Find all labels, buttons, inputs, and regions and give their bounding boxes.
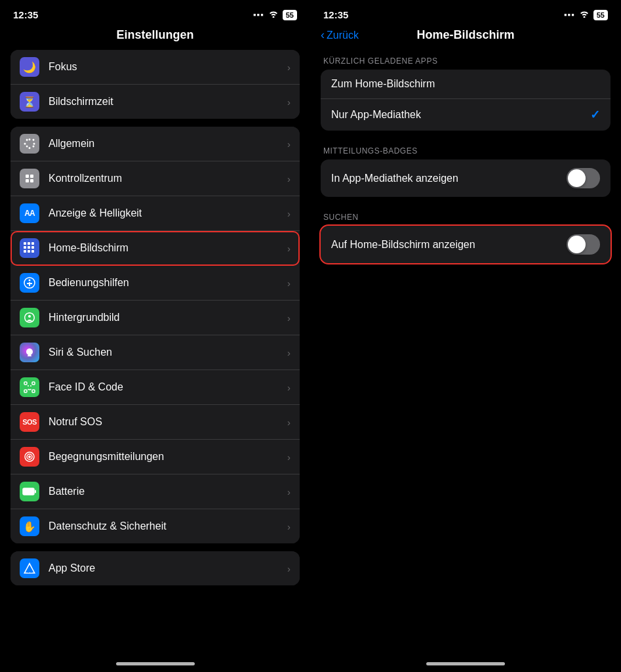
settings-item-faceid[interactable]: Face ID & Code › <box>10 370 300 405</box>
settings-item-allgemein[interactable]: Allgemein › <box>10 127 300 161</box>
auf-home-toggle-knob <box>568 236 586 253</box>
left-panel: 12:35 ▪▪▪ 55 Einstellungen 🌙 Fokus › ⏳ <box>0 0 310 672</box>
settings-item-bildschirmzeit[interactable]: ⏳ Bildschirmzeit › <box>10 85 300 119</box>
fokus-label: Fokus <box>49 61 287 73</box>
in-app-mediathek-item[interactable]: In App-Mediathek anzeigen <box>321 159 611 197</box>
right-status-bar: 12:35 ▪▪▪ 55 <box>310 0 621 26</box>
bildschirmzeit-icon: ⏳ <box>20 92 39 112</box>
zum-home-item[interactable]: Zum Home-Bildschirm <box>321 70 611 99</box>
svg-rect-11 <box>28 250 30 253</box>
auf-home-label: Auf Home-Bildschirm anzeigen <box>331 239 475 251</box>
home-icon <box>20 238 39 258</box>
back-button[interactable]: ‹ Zurück <box>321 28 359 42</box>
settings-item-siri[interactable]: Siri & Suchen › <box>10 335 300 370</box>
svg-rect-1 <box>30 175 33 178</box>
svg-rect-10 <box>24 250 26 253</box>
suchen-header: SUCHEN <box>321 213 611 226</box>
right-header: ‹ Zurück Home-Bildschirm <box>310 26 621 51</box>
notruf-label: Notruf SOS <box>49 416 287 428</box>
left-battery: 55 <box>283 10 297 20</box>
right-page-title: Home-Bildschirm <box>416 28 514 42</box>
toggle-knob <box>568 169 586 187</box>
settings-item-notruf[interactable]: SOS Notruf SOS › <box>10 405 300 440</box>
hintergrund-label: Hintergrundbild <box>49 312 287 324</box>
right-time: 12:35 <box>323 9 348 20</box>
bildschirmzeit-chevron: › <box>287 96 290 108</box>
recently-loaded-card: Zum Home-Bildschirm Nur App-Mediathek ✓ <box>321 70 611 131</box>
hintergrund-icon <box>20 308 39 327</box>
settings-item-begegnung[interactable]: Begegnungsmitteilungen › <box>10 440 300 474</box>
siri-label: Siri & Suchen <box>49 346 287 358</box>
settings-item-bedienung[interactable]: Bedienungshilfen › <box>10 266 300 301</box>
notruf-icon: SOS <box>20 412 39 432</box>
settings-item-appstore[interactable]: A App Store › <box>10 551 300 585</box>
in-app-mediathek-label: In App-Mediathek anzeigen <box>331 173 458 184</box>
batterie-icon <box>20 482 39 501</box>
svg-rect-2 <box>26 179 29 182</box>
svg-rect-3 <box>30 179 33 182</box>
settings-item-batterie[interactable]: Batterie › <box>10 474 300 509</box>
datenschutz-icon: ✋ <box>20 516 39 536</box>
mid-section: Allgemein › Kontrollzentrum › AA Anzeige… <box>10 127 300 543</box>
left-status-bar: 12:35 ▪▪▪ 55 <box>0 0 310 26</box>
allgemein-label: Allgemein <box>49 138 287 150</box>
recently-loaded-section: KÜRZLICH GELADENE APPS Zum Home-Bildschi… <box>321 56 611 131</box>
appstore-label: App Store <box>49 562 287 574</box>
svg-rect-5 <box>28 242 30 245</box>
right-home-bar <box>426 662 505 665</box>
svg-text:A: A <box>28 568 32 574</box>
faceid-icon <box>20 377 39 397</box>
batterie-label: Batterie <box>49 486 287 497</box>
svg-rect-7 <box>24 246 26 249</box>
settings-item-datenschutz[interactable]: ✋ Datenschutz & Sicherheit › <box>10 509 300 543</box>
left-home-indicator <box>0 662 310 672</box>
zum-home-label: Zum Home-Bildschirm <box>331 78 435 90</box>
auf-home-toggle[interactable] <box>567 234 600 255</box>
begegnung-icon <box>20 447 39 467</box>
left-home-bar <box>116 662 195 665</box>
svg-point-14 <box>29 280 31 282</box>
recently-loaded-header: KÜRZLICH GELADENE APPS <box>321 56 611 70</box>
begegnung-label: Begegnungsmitteilungen <box>49 451 287 463</box>
fokus-icon: 🌙 <box>20 57 39 77</box>
left-status-right: ▪▪▪ 55 <box>253 10 297 20</box>
in-app-mediathek-toggle[interactable] <box>567 168 600 188</box>
auf-home-item[interactable]: Auf Home-Bildschirm anzeigen <box>321 226 611 263</box>
settings-item-home[interactable]: Home-Bildschirm › <box>10 231 300 266</box>
faceid-label: Face ID & Code <box>49 381 287 393</box>
suchen-card: Auf Home-Bildschirm anzeigen <box>321 226 611 263</box>
nur-app-checkmark: ✓ <box>590 108 600 122</box>
back-label: Zurück <box>327 30 359 41</box>
right-panel: 12:35 ▪▪▪ 55 ‹ Zurück Home-Bildschirm KÜ… <box>310 0 621 672</box>
mitteilungs-section: MITTEILUNGS-BADGES In App-Mediathek anze… <box>321 146 611 197</box>
left-time: 12:35 <box>13 9 38 20</box>
svg-point-23 <box>28 455 31 458</box>
left-signal-icon: ▪▪▪ <box>253 10 264 20</box>
right-home-indicator <box>310 662 621 672</box>
svg-rect-18 <box>32 382 35 385</box>
svg-rect-12 <box>31 250 34 253</box>
settings-item-fokus[interactable]: 🌙 Fokus › <box>10 50 300 85</box>
kontrollzentrum-icon <box>20 169 39 188</box>
svg-rect-8 <box>28 246 30 249</box>
svg-rect-20 <box>32 390 35 392</box>
settings-item-anzeige[interactable]: AA Anzeige & Helligkeit › <box>10 196 300 231</box>
nur-app-label: Nur App-Mediathek <box>331 109 421 121</box>
svg-rect-0 <box>26 175 29 178</box>
bedienung-label: Bedienungshilfen <box>49 277 287 289</box>
nur-app-item[interactable]: Nur App-Mediathek ✓ <box>321 99 611 131</box>
mitteilungs-header: MITTEILUNGS-BADGES <box>321 146 611 159</box>
fokus-chevron: › <box>287 62 290 73</box>
svg-rect-4 <box>24 242 26 245</box>
svg-rect-17 <box>24 382 27 385</box>
home-label: Home-Bildschirm <box>49 242 287 254</box>
anzeige-icon: AA <box>20 203 39 223</box>
settings-item-hintergrund[interactable]: Hintergrundbild › <box>10 301 300 335</box>
back-chevron-icon: ‹ <box>321 28 325 42</box>
svg-rect-19 <box>24 390 27 392</box>
appstore-icon: A <box>20 558 39 578</box>
right-signal-icon: ▪▪▪ <box>564 10 575 20</box>
allgemein-icon <box>20 134 39 154</box>
settings-item-kontrollzentrum[interactable]: Kontrollzentrum › <box>10 161 300 196</box>
svg-rect-25 <box>35 490 36 494</box>
